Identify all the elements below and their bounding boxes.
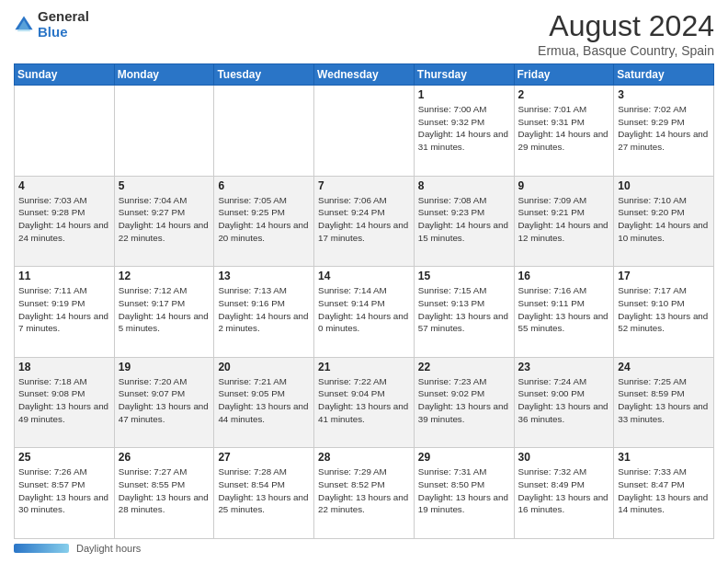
- day-info: Sunrise: 7:24 AMSunset: 9:00 PMDaylight:…: [518, 375, 610, 426]
- day-info: Sunrise: 7:08 AMSunset: 9:23 PMDaylight:…: [418, 194, 510, 245]
- daylight-bar: [14, 544, 69, 553]
- calendar-cell: 17Sunrise: 7:17 AMSunset: 9:10 PMDayligh…: [614, 267, 714, 358]
- day-number: 7: [318, 179, 410, 192]
- calendar-cell: 3Sunrise: 7:02 AMSunset: 9:29 PMDaylight…: [614, 86, 714, 177]
- calendar-body: 1Sunrise: 7:00 AMSunset: 9:32 PMDaylight…: [15, 86, 714, 539]
- daylight-label: Daylight hours: [76, 543, 141, 554]
- calendar-cell: 24Sunrise: 7:25 AMSunset: 8:59 PMDayligh…: [614, 357, 714, 448]
- day-number: 22: [418, 361, 510, 373]
- page: General Blue August 2024 Ermua, Basque C…: [0, 0, 728, 563]
- day-number: 28: [318, 451, 410, 464]
- day-info: Sunrise: 7:21 AMSunset: 9:05 PMDaylight:…: [218, 375, 310, 426]
- day-info: Sunrise: 7:14 AMSunset: 9:14 PMDaylight:…: [318, 284, 410, 335]
- day-number: 17: [618, 270, 710, 282]
- days-of-week-row: SundayMondayTuesdayWednesdayThursdayFrid…: [15, 64, 714, 86]
- day-info: Sunrise: 7:10 AMSunset: 9:20 PMDaylight:…: [618, 194, 710, 245]
- day-number: 30: [518, 451, 610, 464]
- calendar-cell: 21Sunrise: 7:22 AMSunset: 9:04 PMDayligh…: [314, 357, 415, 448]
- calendar-cell: 8Sunrise: 7:08 AMSunset: 9:23 PMDaylight…: [414, 176, 514, 267]
- day-info: Sunrise: 7:02 AMSunset: 9:29 PMDaylight:…: [618, 103, 710, 154]
- calendar-cell: 20Sunrise: 7:21 AMSunset: 9:05 PMDayligh…: [214, 357, 314, 448]
- week-row-2: 11Sunrise: 7:11 AMSunset: 9:19 PMDayligh…: [15, 267, 714, 358]
- location: Ermua, Basque Country, Spain: [538, 43, 714, 58]
- day-info: Sunrise: 7:06 AMSunset: 9:24 PMDaylight:…: [318, 194, 410, 245]
- day-number: 6: [218, 179, 310, 192]
- day-number: 13: [218, 270, 310, 282]
- day-number: 4: [18, 179, 110, 192]
- day-info: Sunrise: 7:25 AMSunset: 8:59 PMDaylight:…: [618, 375, 710, 426]
- calendar-cell: 29Sunrise: 7:31 AMSunset: 8:50 PMDayligh…: [414, 448, 514, 539]
- day-info: Sunrise: 7:03 AMSunset: 9:28 PMDaylight:…: [18, 194, 110, 245]
- day-info: Sunrise: 7:01 AMSunset: 9:31 PMDaylight:…: [518, 103, 610, 154]
- day-number: 9: [518, 179, 610, 192]
- calendar-cell: 7Sunrise: 7:06 AMSunset: 9:24 PMDaylight…: [314, 176, 415, 267]
- day-number: 21: [318, 361, 410, 373]
- day-info: Sunrise: 7:33 AMSunset: 8:47 PMDaylight:…: [618, 465, 710, 516]
- day-info: Sunrise: 7:04 AMSunset: 9:27 PMDaylight:…: [119, 194, 210, 245]
- day-number: 25: [18, 451, 110, 464]
- week-row-4: 25Sunrise: 7:26 AMSunset: 8:57 PMDayligh…: [15, 448, 714, 539]
- day-number: 12: [119, 270, 210, 282]
- day-number: 20: [218, 361, 310, 373]
- day-info: Sunrise: 7:22 AMSunset: 9:04 PMDaylight:…: [318, 375, 410, 426]
- calendar-cell: 31Sunrise: 7:33 AMSunset: 8:47 PMDayligh…: [614, 448, 714, 539]
- calendar-cell: [314, 86, 415, 177]
- calendar-cell: 25Sunrise: 7:26 AMSunset: 8:57 PMDayligh…: [15, 448, 115, 539]
- calendar-cell: 18Sunrise: 7:18 AMSunset: 9:08 PMDayligh…: [15, 357, 115, 448]
- calendar-cell: [214, 86, 314, 177]
- calendar-cell: 6Sunrise: 7:05 AMSunset: 9:25 PMDaylight…: [214, 176, 314, 267]
- calendar-cell: 30Sunrise: 7:32 AMSunset: 8:49 PMDayligh…: [514, 448, 614, 539]
- day-number: 23: [518, 361, 610, 373]
- day-info: Sunrise: 7:16 AMSunset: 9:11 PMDaylight:…: [518, 284, 610, 335]
- calendar-cell: [15, 86, 115, 177]
- day-number: 14: [318, 270, 410, 282]
- month-year: August 2024: [538, 9, 714, 43]
- day-info: Sunrise: 7:31 AMSunset: 8:50 PMDaylight:…: [418, 465, 510, 516]
- calendar-cell: 10Sunrise: 7:10 AMSunset: 9:20 PMDayligh…: [614, 176, 714, 267]
- header: General Blue August 2024 Ermua, Basque C…: [14, 9, 714, 58]
- day-info: Sunrise: 7:00 AMSunset: 9:32 PMDaylight:…: [418, 103, 510, 154]
- day-number: 16: [518, 270, 610, 282]
- day-number: 5: [119, 179, 210, 192]
- calendar-cell: 15Sunrise: 7:15 AMSunset: 9:13 PMDayligh…: [414, 267, 514, 358]
- day-info: Sunrise: 7:28 AMSunset: 8:54 PMDaylight:…: [218, 465, 310, 516]
- calendar-cell: 14Sunrise: 7:14 AMSunset: 9:14 PMDayligh…: [314, 267, 415, 358]
- day-info: Sunrise: 7:15 AMSunset: 9:13 PMDaylight:…: [418, 284, 510, 335]
- calendar-table: SundayMondayTuesdayWednesdayThursdayFrid…: [14, 63, 714, 539]
- day-header-sunday: Sunday: [15, 64, 115, 86]
- day-number: 27: [218, 451, 310, 464]
- day-number: 26: [119, 451, 210, 464]
- day-header-wednesday: Wednesday: [314, 64, 415, 86]
- day-info: Sunrise: 7:17 AMSunset: 9:10 PMDaylight:…: [618, 284, 710, 335]
- day-header-tuesday: Tuesday: [214, 64, 314, 86]
- calendar-cell: 27Sunrise: 7:28 AMSunset: 8:54 PMDayligh…: [214, 448, 314, 539]
- week-row-0: 1Sunrise: 7:00 AMSunset: 9:32 PMDaylight…: [15, 86, 714, 177]
- calendar-cell: 4Sunrise: 7:03 AMSunset: 9:28 PMDaylight…: [15, 176, 115, 267]
- day-info: Sunrise: 7:11 AMSunset: 9:19 PMDaylight:…: [18, 284, 110, 335]
- calendar-cell: 16Sunrise: 7:16 AMSunset: 9:11 PMDayligh…: [514, 267, 614, 358]
- logo: General Blue: [14, 9, 89, 40]
- day-number: 31: [618, 451, 710, 464]
- footer: Daylight hours: [14, 543, 714, 554]
- calendar-cell: 12Sunrise: 7:12 AMSunset: 9:17 PMDayligh…: [114, 267, 214, 358]
- calendar-cell: 26Sunrise: 7:27 AMSunset: 8:55 PMDayligh…: [114, 448, 214, 539]
- day-number: 2: [518, 88, 610, 101]
- day-number: 19: [119, 361, 210, 373]
- calendar-cell: [114, 86, 214, 177]
- day-info: Sunrise: 7:32 AMSunset: 8:49 PMDaylight:…: [518, 465, 610, 516]
- week-row-1: 4Sunrise: 7:03 AMSunset: 9:28 PMDaylight…: [15, 176, 714, 267]
- calendar-cell: 23Sunrise: 7:24 AMSunset: 9:00 PMDayligh…: [514, 357, 614, 448]
- day-info: Sunrise: 7:29 AMSunset: 8:52 PMDaylight:…: [318, 465, 410, 516]
- calendar-cell: 5Sunrise: 7:04 AMSunset: 9:27 PMDaylight…: [114, 176, 214, 267]
- day-info: Sunrise: 7:05 AMSunset: 9:25 PMDaylight:…: [218, 194, 310, 245]
- day-header-friday: Friday: [514, 64, 614, 86]
- calendar-cell: 19Sunrise: 7:20 AMSunset: 9:07 PMDayligh…: [114, 357, 214, 448]
- day-info: Sunrise: 7:13 AMSunset: 9:16 PMDaylight:…: [218, 284, 310, 335]
- calendar-cell: 2Sunrise: 7:01 AMSunset: 9:31 PMDaylight…: [514, 86, 614, 177]
- day-header-monday: Monday: [114, 64, 214, 86]
- day-header-saturday: Saturday: [614, 64, 714, 86]
- logo-icon: [14, 15, 34, 35]
- calendar-cell: 22Sunrise: 7:23 AMSunset: 9:02 PMDayligh…: [414, 357, 514, 448]
- day-info: Sunrise: 7:23 AMSunset: 9:02 PMDaylight:…: [418, 375, 510, 426]
- title-block: August 2024 Ermua, Basque Country, Spain: [538, 9, 714, 58]
